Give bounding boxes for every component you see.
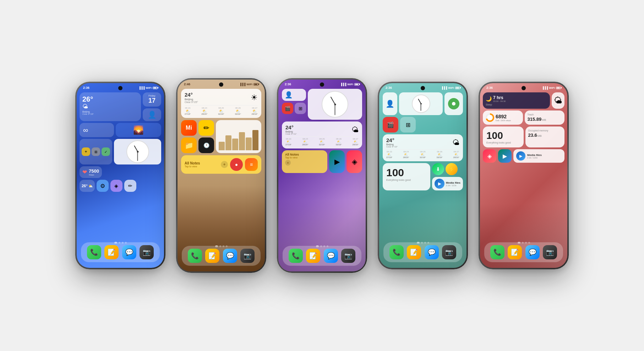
grid-app-icon[interactable]: ⊞ xyxy=(92,147,100,156)
dock-messages-2[interactable]: 💬 xyxy=(223,249,237,263)
phone-1-row3: + ⊞ ✓ xyxy=(80,139,161,164)
phone-3-widgets: 👤 🎬 ⊞ xyxy=(278,87,366,176)
battery-icon-2 xyxy=(253,83,258,86)
appstore-icon-widget[interactable]: ◈ xyxy=(110,180,122,192)
flash-icon-4[interactable]: ⚡ xyxy=(446,163,458,175)
fc-icon-4-4: ⛅ xyxy=(453,153,459,156)
video-icon-4[interactable]: 🎬 xyxy=(383,117,398,133)
steps-count-5: 6892 xyxy=(496,114,511,119)
date-number: 17 xyxy=(146,97,158,104)
dock-camera-2[interactable]: 📷 xyxy=(240,249,255,263)
phone-4-status-icons: ▐▐▐ WiFi xyxy=(441,86,460,90)
forecast-day-3: 08-26 ⛅ 33/19° xyxy=(235,107,241,115)
fc-day-3-1: 08-24⛅28/20° xyxy=(302,138,308,146)
all-notes-widget-3[interactable]: All Notes Tap to view + xyxy=(282,150,327,173)
green-dot-icon xyxy=(448,98,459,109)
cursor-app-icon[interactable]: ◈ xyxy=(346,150,362,173)
dock-phone-5[interactable]: 📞 xyxy=(490,245,504,259)
menu-btn[interactable]: ≡ xyxy=(245,158,258,171)
dock-notes-2[interactable]: 📝 xyxy=(205,249,219,263)
check-app-icon[interactable]: ✓ xyxy=(102,147,110,156)
memory-unit-5: MB xyxy=(537,134,542,137)
dock-camera-1[interactable]: 📷 xyxy=(140,245,154,259)
weather-icon-4: 🌤 xyxy=(452,139,459,147)
clock-face-3 xyxy=(322,91,348,118)
notes-add-btn[interactable]: + xyxy=(221,161,228,168)
dock-notes-1[interactable]: 📝 xyxy=(104,245,119,259)
fc-icon-4-0: ⛅ xyxy=(386,153,392,156)
sleep-time-info: 7 hrs 23:30 - 06:30 xyxy=(493,95,506,102)
dock-messages-5[interactable]: 💬 xyxy=(525,245,540,259)
dock-camera-5[interactable]: 📷 xyxy=(543,245,557,259)
folder-app-icon[interactable]: 📁 xyxy=(181,137,197,153)
clock-app-icon[interactable]: 🕐 xyxy=(198,137,214,153)
dock-notes-4[interactable]: 📝 xyxy=(407,245,421,259)
dock-notes-5[interactable]: 📝 xyxy=(508,245,522,259)
play-app-icon-5[interactable]: ▶ xyxy=(498,149,512,163)
temp-display: 26° xyxy=(82,95,138,103)
dock-messages-3[interactable]: 💬 xyxy=(324,249,338,263)
all-notes-title-3: All Notes xyxy=(285,153,324,156)
phone-3-outer: 2:36 ▐▐▐ WiFi 👤 xyxy=(277,78,367,273)
phone-5-screen: 2:36 ▐▐▐ WiFi 🌙 xyxy=(480,83,567,268)
weather-desc-4: Clear 9°/10° xyxy=(386,146,398,148)
dock-phone-3[interactable]: 📞 xyxy=(289,249,303,263)
dock-phone-1[interactable]: 📞 xyxy=(87,245,101,259)
clock-widget-4 xyxy=(399,92,443,115)
weather-desc: Clear 9°/18° xyxy=(82,113,138,115)
dock-phone-2[interactable]: 📞 xyxy=(188,249,202,263)
apps-grid-icon[interactable]: ⊞ xyxy=(295,103,306,114)
phone-4-notch xyxy=(421,86,425,90)
media-files-widget-4[interactable]: ▶ Media files 2.1k / 121k xyxy=(432,177,463,190)
all-notes-widget-2[interactable]: All Notes Tap to view + ● ≡ xyxy=(181,155,261,174)
weather-forecast-2: 08-23 ⛅ 27/18° 08-24 ⛅ 28/20° 08-25 xyxy=(185,105,258,115)
signal-icon-5: ▐▐▐ xyxy=(542,86,548,90)
dock-camera-3[interactable]: 📷 xyxy=(341,249,355,263)
dock-messages-4[interactable]: 💬 xyxy=(425,245,439,259)
weather-sm-widget: 26° ⛅ xyxy=(80,180,95,192)
steps-widget-5: 6892 Dail. 1500 steps xyxy=(483,110,523,125)
avatar-icon-3: 👤 xyxy=(285,91,293,99)
phone-3-row1: 👤 🎬 ⊞ xyxy=(282,89,362,120)
city-label: Beijing xyxy=(82,110,138,113)
clock-min-hand xyxy=(137,152,138,161)
weather-main-info: 24° Beijing Clear 9°/25° xyxy=(185,92,198,103)
record-btn[interactable]: ● xyxy=(230,158,243,171)
plus-app-icon[interactable]: + xyxy=(82,147,90,156)
infinity-icon: ∞ xyxy=(83,126,88,134)
weather-city-2: Beijing xyxy=(185,98,198,101)
storage-size-5: 315.89 xyxy=(528,117,542,122)
video-app-icon[interactable]: 🎬 xyxy=(282,103,293,114)
fc-4-0: 08-23⛅27/18° xyxy=(386,151,392,158)
download-icon-4[interactable]: ⬇ xyxy=(432,163,444,175)
all-notes-title: All Notes xyxy=(185,161,219,165)
media-icon-5: ▶ xyxy=(516,151,525,161)
settings-icon-widget[interactable]: ⚙ xyxy=(97,180,109,192)
red-app-icon-5[interactable]: ◈ xyxy=(483,149,496,163)
media-files-widget-5[interactable]: ▶ Media files 2.1k / 121k xyxy=(513,149,564,163)
dock-camera-4[interactable]: 📷 xyxy=(442,245,456,259)
phone-1-row4: ❤ 7500 Steps xyxy=(80,166,161,178)
dock-phone-4[interactable]: 📞 xyxy=(389,245,404,259)
weather-info-4: 24° Beijing Clear 9°/10° xyxy=(386,137,398,148)
fc-temp-3-3: 33/19° xyxy=(335,144,342,146)
add-btn-3[interactable]: + xyxy=(285,160,291,166)
bar-4 xyxy=(239,132,245,150)
notepad-icon-widget[interactable]: ✏ xyxy=(124,180,136,192)
mi-app-icon[interactable]: Mi xyxy=(181,120,197,136)
grid-icon-4[interactable]: ⊞ xyxy=(400,117,416,133)
play-store-icon[interactable]: ▶ xyxy=(329,150,345,173)
fc-day-3-4: 08-27⛅28/16° xyxy=(353,138,359,146)
phone-2-outer: 2:46 ▐▐▐ WiFi 24° Beijing xyxy=(176,78,266,273)
dock-notes-3[interactable]: 📝 xyxy=(306,249,320,263)
sleep-moon-icon: 🌙 xyxy=(486,96,492,102)
phone-2-status-icons: ▐▐▐ WiFi xyxy=(239,83,258,86)
phone-5-status-icons: ▐▐▐ WiFi xyxy=(542,86,561,90)
wifi-icon-2: WiFi xyxy=(246,83,252,86)
city-4: Beijing xyxy=(386,143,398,146)
dock-messages-1[interactable]: 💬 xyxy=(122,245,136,259)
forecast-temp-2: 32/18° xyxy=(218,113,224,115)
phone-4-status-bar: 2:36 ▐▐▐ WiFi xyxy=(379,83,466,91)
notes-app-icon-2[interactable]: ✏ xyxy=(198,120,214,136)
signal-icon-4: ▐▐▐ xyxy=(441,86,447,90)
